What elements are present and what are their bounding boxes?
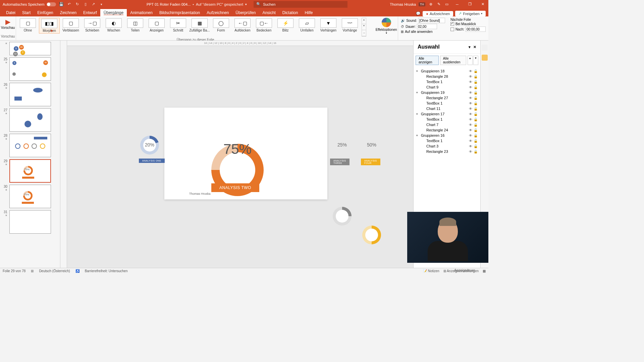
transition-umfallen[interactable]: ▱Umfallen xyxy=(297,18,317,33)
tab-bildschirm[interactable]: Bildschirmpräsentation xyxy=(156,9,203,16)
tree-item[interactable]: Rectangle 28👁🔓 xyxy=(415,74,479,79)
transition-schnitt[interactable]: ✂Schnitt xyxy=(168,18,189,33)
pane-close-icon[interactable]: ✕ xyxy=(473,45,476,49)
label-analysis-four[interactable]: ANALYSIS FOUR xyxy=(361,159,380,165)
slide-thumbnail[interactable]: 29★75% xyxy=(3,159,59,183)
transition-verhngen[interactable]: ▼Verhängen xyxy=(318,18,339,33)
qat-more-icon[interactable]: ▾ xyxy=(99,2,104,7)
document-title[interactable]: PPT 01 Roter Faden 004... • Auf "diesem … xyxy=(147,2,247,6)
tree-item[interactable]: Chart 3👁🔓 xyxy=(415,143,479,149)
lang-icon[interactable]: ⊞ xyxy=(31,269,34,273)
move-up-icon[interactable]: ▴ xyxy=(468,56,473,65)
tab-uebergaenge[interactable]: Übergänge xyxy=(100,9,127,16)
slide-thumbnail[interactable]: 28★ xyxy=(3,134,59,157)
after-input[interactable] xyxy=(466,26,486,32)
visibility-icon[interactable]: 👁 xyxy=(469,134,472,137)
lock-icon[interactable]: 🔓 xyxy=(474,139,478,143)
close-icon[interactable]: ✕ xyxy=(478,0,488,8)
lock-icon[interactable]: 🔓 xyxy=(474,96,478,100)
tab-ueberpruefen[interactable]: Überprüfen xyxy=(232,9,259,16)
minimize-icon[interactable]: ─ xyxy=(452,0,462,8)
view-normal-icon[interactable]: ▦ xyxy=(483,269,486,273)
visibility-icon[interactable]: 👁 xyxy=(469,69,472,73)
tree-item[interactable]: Chart 11👁🔓 xyxy=(415,106,479,111)
label-analysis-one[interactable]: ANALYSIS ONE xyxy=(139,159,165,163)
lock-icon[interactable]: 🔓 xyxy=(474,123,478,127)
effect-options-button[interactable]: Effektoptionen ▾ xyxy=(376,18,397,35)
tree-item[interactable]: ▾Gruppieren 17👁🔓 xyxy=(415,111,479,117)
draw-icon[interactable]: ✎ xyxy=(436,2,441,7)
record-button[interactable]: ●Aufzeichnen xyxy=(423,11,453,16)
save-icon[interactable]: 💾 xyxy=(59,2,64,7)
transition-ohne[interactable]: ▢Ohne xyxy=(17,18,38,33)
tree-item[interactable]: TextBox 1👁🔓 xyxy=(415,138,479,143)
lock-icon[interactable]: 🔓 xyxy=(474,85,478,89)
visibility-icon[interactable]: 👁 xyxy=(469,112,472,116)
slide-thumbnail[interactable]: 25★SW xyxy=(3,57,59,81)
tab-zeichnen[interactable]: Zeichnen xyxy=(57,9,80,16)
visibility-icon[interactable]: 👁 xyxy=(469,91,472,95)
notes-button[interactable]: 📝 Notizen xyxy=(423,269,439,273)
transition-bedecken[interactable]: ▢←Bedecken xyxy=(254,18,274,33)
lock-icon[interactable]: 🔓 xyxy=(474,102,478,105)
visibility-icon[interactable]: 👁 xyxy=(469,107,472,111)
tree-item[interactable]: Rectangle 27👁🔓 xyxy=(415,95,479,101)
autosave-toggle[interactable]: Automatisches Speichern xyxy=(3,2,56,6)
tab-datei[interactable]: Datei xyxy=(3,9,19,16)
preview-button[interactable]: ▶ Vorschau xyxy=(1,18,15,29)
search-input[interactable]: 🔍 Suchen xyxy=(254,1,347,8)
share-button[interactable]: ↗Freigeben▾ xyxy=(455,11,486,16)
transition-teilen[interactable]: ◫Teilen xyxy=(125,18,146,33)
hide-all-button[interactable]: Alle ausblenden xyxy=(440,56,466,65)
tab-dictation[interactable]: Dictation xyxy=(279,9,302,16)
duration-input[interactable] xyxy=(417,24,437,29)
transition-verblassen[interactable]: ▢Verblassen xyxy=(60,18,81,33)
slide-thumbnail[interactable]: ★SWOT xyxy=(3,42,59,55)
visibility-icon[interactable]: 👁 xyxy=(469,102,472,105)
maximize-icon[interactable]: ❐ xyxy=(465,0,475,8)
tab-einfuegen[interactable]: Einfügen xyxy=(34,9,56,16)
visibility-icon[interactable]: 👁 xyxy=(469,123,472,127)
slide-counter[interactable]: Folie 29 von 78 xyxy=(3,269,25,273)
lock-icon[interactable]: 🔓 xyxy=(474,107,478,111)
chart-analysis-three[interactable] xyxy=(333,207,352,226)
chart-analysis-four[interactable] xyxy=(362,226,381,244)
visibility-icon[interactable]: 👁 xyxy=(469,139,472,143)
transitions-gallery[interactable]: ▢Ohne◧◨Morphen▢Verblassen→▢Schieben◐Wisc… xyxy=(16,16,375,38)
label-analysis-two[interactable]: ANALYSIS TWO xyxy=(211,183,259,192)
lock-icon[interactable]: 🔓 xyxy=(474,91,478,95)
slide-canvas[interactable]: 20% ANALYSIS ONE 75% ANALYSIS TWO 25% AN… xyxy=(164,108,327,199)
tab-start[interactable]: Start xyxy=(19,9,34,16)
visibility-icon[interactable]: 👁 xyxy=(469,118,472,121)
tree-item[interactable]: TextBox 1👁🔓 xyxy=(415,79,479,84)
tab-aufzeichnen[interactable]: Aufzeichnen xyxy=(203,9,232,16)
on-click-checkbox[interactable] xyxy=(450,22,454,26)
tree-item[interactable]: ▾Gruppieren 18👁🔓 xyxy=(415,68,479,74)
lock-icon[interactable]: 🔓 xyxy=(474,150,478,154)
transition-schieben[interactable]: →▢Schieben xyxy=(82,18,103,33)
visibility-icon[interactable]: 👁 xyxy=(469,128,472,132)
slide-thumbnails-panel[interactable]: ★SWOT25★SW26★27★28★29★75%30★75%31★ xyxy=(0,41,60,268)
user-badge[interactable]: TH xyxy=(419,2,425,6)
tree-item[interactable]: Chart 9👁🔓 xyxy=(415,84,479,90)
toggle-switch[interactable] xyxy=(47,2,56,6)
move-down-icon[interactable]: ▾ xyxy=(473,56,478,65)
transition-morphen[interactable]: ◧◨Morphen xyxy=(39,18,60,34)
slide-thumbnail[interactable]: 31★ xyxy=(3,210,59,234)
pane-dropdown-icon[interactable]: ▾ xyxy=(469,45,471,49)
transition-aufdecken[interactable]: ←▢Aufdecken xyxy=(232,18,253,33)
undo-icon[interactable]: ↶ xyxy=(67,2,72,7)
slide-thumbnail[interactable]: 27★ xyxy=(3,108,59,132)
language-status[interactable]: Deutsch (Österreich) xyxy=(39,269,70,273)
transition-blitz[interactable]: ⚡Blitz xyxy=(275,18,296,33)
window-icon[interactable]: ▭ xyxy=(444,2,449,7)
lock-icon[interactable]: 🔓 xyxy=(474,80,478,84)
after-checkbox[interactable] xyxy=(450,27,454,31)
accessibility-status[interactable]: Barrierefreiheit: Untersuchen xyxy=(85,269,128,273)
slide-thumbnail[interactable]: 26★ xyxy=(3,83,59,106)
apply-all-button[interactable]: ⊞Auf alle anwenden xyxy=(401,30,445,34)
visibility-icon[interactable]: 👁 xyxy=(469,144,472,148)
tree-item[interactable]: Rectangle 24👁🔓 xyxy=(415,127,479,133)
accessibility-icon[interactable]: ♿ xyxy=(75,269,79,273)
tab-entwurf[interactable]: Entwurf xyxy=(80,9,100,16)
